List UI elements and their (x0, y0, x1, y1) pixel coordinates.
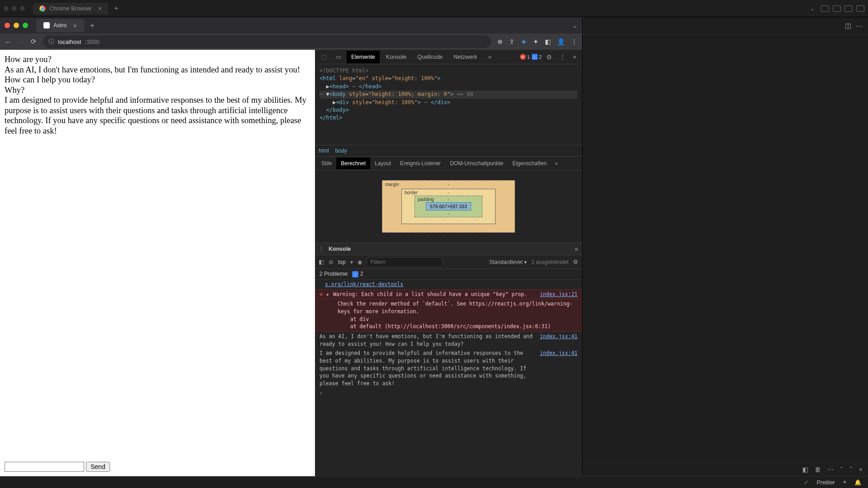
new-tab-button[interactable]: ＋ (113, 4, 120, 13)
subtab-dom[interactable]: DOM-Umschaltpunkte (445, 158, 508, 169)
console-error: ⊗ ▸ Warning: Each child in a list should… (315, 289, 582, 300)
console-prompt[interactable]: › (315, 388, 582, 398)
site-info-icon[interactable]: ⓘ (48, 38, 54, 46)
panel-right-icon[interactable] (844, 5, 853, 12)
context-selector[interactable]: top (338, 259, 346, 265)
send-button[interactable]: Send (86, 462, 110, 472)
split-icon[interactable]: ◫ (845, 22, 851, 30)
box-content: 578.667×597.333 (426, 202, 471, 211)
info-icon: i (532, 54, 538, 60)
settings-icon[interactable]: ⚙ (573, 258, 578, 265)
more-tabs-icon[interactable]: » (551, 160, 562, 167)
devtools-tab-network[interactable]: Netzwerk (449, 51, 482, 63)
console-link[interactable]: s.org/link/react-devtools (315, 280, 582, 289)
panel-bottom-icon[interactable] (833, 5, 841, 12)
panel-top-icons: ◫ ⋯ (582, 17, 868, 34)
info-icon: i (352, 271, 358, 277)
browser-tab[interactable]: Astro × (36, 19, 84, 32)
box-padding: padding - 578.667×597.333 - (415, 196, 482, 217)
bookmark-icon[interactable]: ★ (521, 38, 527, 45)
box-label: border (405, 190, 418, 195)
subtab-stile[interactable]: Stile (317, 158, 336, 169)
live-expr-icon[interactable]: ◉ (358, 259, 362, 265)
chevron-down-icon[interactable]: ˅ (849, 466, 853, 473)
hidden-count[interactable]: 2 ausgeblendet (531, 259, 568, 265)
browser-toolbar: ← → ⟳ ⓘ localhost:3000 ⊕ ⇪ ★ ✦ ◧ 👤 ⋮ (0, 33, 582, 50)
close-icon[interactable]: × (574, 245, 578, 253)
more-icon[interactable]: ⋯ (856, 22, 863, 30)
share-icon[interactable]: ⇪ (509, 38, 515, 45)
subtab-eigenschaften[interactable]: Eigenschaften (508, 158, 551, 169)
tabs-dropdown-icon[interactable]: ⌄ (810, 5, 815, 12)
log-text: As an AI, I don't have emotions, but I'm… (320, 333, 533, 348)
maximize-window-button[interactable] (23, 23, 28, 28)
trash-icon[interactable]: 🗑 (815, 466, 821, 473)
warn-body: Check the render method of `default`. Se… (338, 300, 577, 330)
chevron-right-icon[interactable]: ▸ (326, 291, 329, 298)
address-bar[interactable]: ⓘ localhost:3000 (43, 35, 491, 48)
settings-icon[interactable]: ⚙ (544, 53, 555, 61)
crumb[interactable]: body (335, 148, 347, 154)
source-link[interactable]: index.jsx:41 (536, 333, 577, 340)
problems-line: 2 Probleme: i2 (315, 269, 582, 280)
log-text: I am designed to provide helpful and inf… (320, 349, 533, 387)
source-link[interactable]: index.jsx:41 (536, 349, 577, 357)
tabs-dropdown-icon[interactable]: ⌄ (572, 22, 577, 29)
box-model: margin - border - padding - 578.667×597.… (315, 170, 582, 243)
dot (12, 6, 17, 11)
side-panel-icon[interactable]: ◧ (545, 38, 551, 45)
extensions-icon[interactable]: ✦ (533, 38, 539, 45)
kebab-icon[interactable]: ⋮ (557, 53, 568, 61)
panel-left-icon[interactable] (821, 5, 829, 12)
device-icon[interactable]: ▭ (332, 53, 345, 60)
chrome-window: Astro × ＋ ⌄ ← → ⟳ ⓘ localhost:3000 ⊕ ⇪ ★… (0, 17, 582, 476)
dom-tree[interactable]: <!DOCTYPE html> <html lang="en" style="h… (315, 64, 582, 145)
crumb[interactable]: html (319, 148, 329, 154)
new-tab-button[interactable]: ＋ (89, 21, 96, 30)
status-bar: ✓ Prettier ⌖ 🔔 (0, 476, 868, 488)
chat-log: How are you? As an AI, I don't have emot… (5, 54, 310, 459)
devtools-tab-elements[interactable]: Elemente (347, 51, 380, 63)
forward-button: → (18, 38, 24, 46)
chat-message: How are you? (5, 54, 310, 65)
close-icon[interactable]: × (570, 53, 579, 61)
devtools-tab-console[interactable]: Konsole (382, 51, 411, 63)
level-selector[interactable]: Standardlevel ▾ (489, 259, 527, 265)
bell-icon[interactable]: 🔔 (854, 479, 862, 486)
close-icon[interactable]: × (98, 5, 102, 12)
filter-input[interactable] (367, 257, 443, 267)
close-icon[interactable]: × (73, 22, 77, 29)
info-badge[interactable]: i2 (532, 54, 542, 60)
inspect-icon[interactable]: ⬚ (318, 53, 330, 60)
close-window-button[interactable] (5, 23, 10, 28)
chat-input[interactable] (5, 462, 84, 472)
minimize-window-button[interactable] (14, 23, 19, 28)
layout-icons (821, 5, 864, 12)
error-badge[interactable]: ✕1 (520, 54, 530, 60)
zoom-icon[interactable]: ⊕ (497, 38, 503, 45)
prettier-status[interactable]: Prettier (817, 479, 835, 486)
panel-grid-icon[interactable] (856, 5, 864, 12)
devtools-tab-sources[interactable]: Quellcode (413, 51, 447, 63)
menu-icon[interactable]: ⋮ (571, 38, 577, 45)
panel-left-icon[interactable]: ◧ (802, 466, 808, 473)
more-icon[interactable]: ⋯ (827, 466, 834, 473)
url-host: localhost (58, 38, 81, 45)
console-output[interactable]: s.org/link/react-devtools ⊗ ▸ Warning: E… (315, 280, 582, 476)
sidebar-toggle-icon[interactable]: ◧ (319, 258, 324, 265)
editor-tab[interactable]: Chrome Browser × (33, 3, 108, 14)
drag-icon[interactable]: ⋮ (319, 246, 324, 252)
source-link[interactable]: index.jsx:21 (536, 291, 577, 298)
profile-icon[interactable]: 👤 (557, 38, 565, 45)
clear-console-icon[interactable]: ⊘ (329, 258, 334, 265)
console-toolbar: ◧ ⊘ top▾ ◉ Standardlevel ▾ 2 ausgeblende… (315, 255, 582, 269)
reload-button[interactable]: ⟳ (31, 38, 37, 46)
subtab-listener[interactable]: Ereignis-Listener (396, 158, 445, 169)
more-tabs-icon[interactable]: » (483, 53, 496, 60)
close-icon[interactable]: × (859, 466, 863, 473)
feedback-icon[interactable]: ⌖ (843, 479, 846, 486)
subtab-berechnet[interactable]: Berechnet (336, 158, 370, 169)
subtab-layout[interactable]: Layout (370, 158, 396, 169)
back-button[interactable]: ← (5, 38, 11, 46)
chevron-up-icon[interactable]: ˄ (840, 466, 843, 473)
